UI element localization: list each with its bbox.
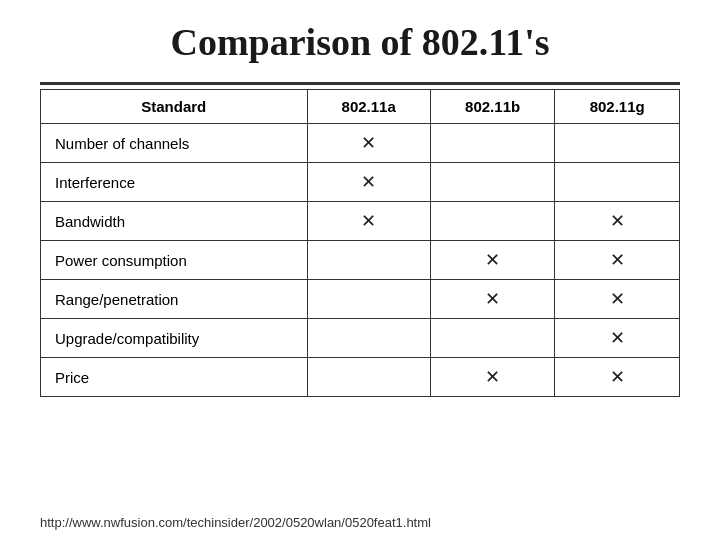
row-label-3: Power consumption <box>41 241 308 280</box>
cell-2-0: ✕ <box>307 202 430 241</box>
row-label-0: Number of channels <box>41 124 308 163</box>
cell-3-0 <box>307 241 430 280</box>
comparison-table-wrapper: Standard 802.11a 802.11b 802.11g Number … <box>40 89 680 397</box>
col-header-80211b: 802.11b <box>430 90 555 124</box>
top-divider <box>40 82 680 85</box>
table-row: Interference✕ <box>41 163 680 202</box>
table-row: Number of channels✕ <box>41 124 680 163</box>
cell-4-0 <box>307 280 430 319</box>
col-header-standard: Standard <box>41 90 308 124</box>
cell-1-2 <box>555 163 680 202</box>
row-label-4: Range/penetration <box>41 280 308 319</box>
cell-5-0 <box>307 319 430 358</box>
row-label-2: Bandwidth <box>41 202 308 241</box>
cell-5-1 <box>430 319 555 358</box>
check-mark-icon: ✕ <box>610 366 625 388</box>
check-mark-icon: ✕ <box>361 171 376 193</box>
table-row: Power consumption✕✕ <box>41 241 680 280</box>
check-mark-icon: ✕ <box>485 288 500 310</box>
check-mark-icon: ✕ <box>610 249 625 271</box>
cell-6-0 <box>307 358 430 397</box>
cell-2-1 <box>430 202 555 241</box>
cell-1-0: ✕ <box>307 163 430 202</box>
row-label-1: Interference <box>41 163 308 202</box>
table-row: Price✕✕ <box>41 358 680 397</box>
check-mark-icon: ✕ <box>610 210 625 232</box>
cell-0-2 <box>555 124 680 163</box>
col-header-80211g: 802.11g <box>555 90 680 124</box>
cell-0-1 <box>430 124 555 163</box>
cell-3-2: ✕ <box>555 241 680 280</box>
table-row: Upgrade/compatibility✕ <box>41 319 680 358</box>
check-mark-icon: ✕ <box>361 132 376 154</box>
cell-5-2: ✕ <box>555 319 680 358</box>
page: Comparison of 802.11's Standard 802.11a … <box>0 0 720 540</box>
cell-3-1: ✕ <box>430 241 555 280</box>
cell-4-1: ✕ <box>430 280 555 319</box>
row-label-5: Upgrade/compatibility <box>41 319 308 358</box>
table-row: Range/penetration✕✕ <box>41 280 680 319</box>
footer-link: http://www.nwfusion.com/techinsider/2002… <box>40 505 431 530</box>
comparison-table: Standard 802.11a 802.11b 802.11g Number … <box>40 89 680 397</box>
page-title: Comparison of 802.11's <box>171 20 550 64</box>
check-mark-icon: ✕ <box>610 327 625 349</box>
cell-6-2: ✕ <box>555 358 680 397</box>
check-mark-icon: ✕ <box>610 288 625 310</box>
cell-1-1 <box>430 163 555 202</box>
cell-0-0: ✕ <box>307 124 430 163</box>
check-mark-icon: ✕ <box>485 249 500 271</box>
table-header-row: Standard 802.11a 802.11b 802.11g <box>41 90 680 124</box>
table-row: Bandwidth✕✕ <box>41 202 680 241</box>
cell-6-1: ✕ <box>430 358 555 397</box>
check-mark-icon: ✕ <box>361 210 376 232</box>
col-header-80211a: 802.11a <box>307 90 430 124</box>
check-mark-icon: ✕ <box>485 366 500 388</box>
cell-4-2: ✕ <box>555 280 680 319</box>
row-label-6: Price <box>41 358 308 397</box>
cell-2-2: ✕ <box>555 202 680 241</box>
